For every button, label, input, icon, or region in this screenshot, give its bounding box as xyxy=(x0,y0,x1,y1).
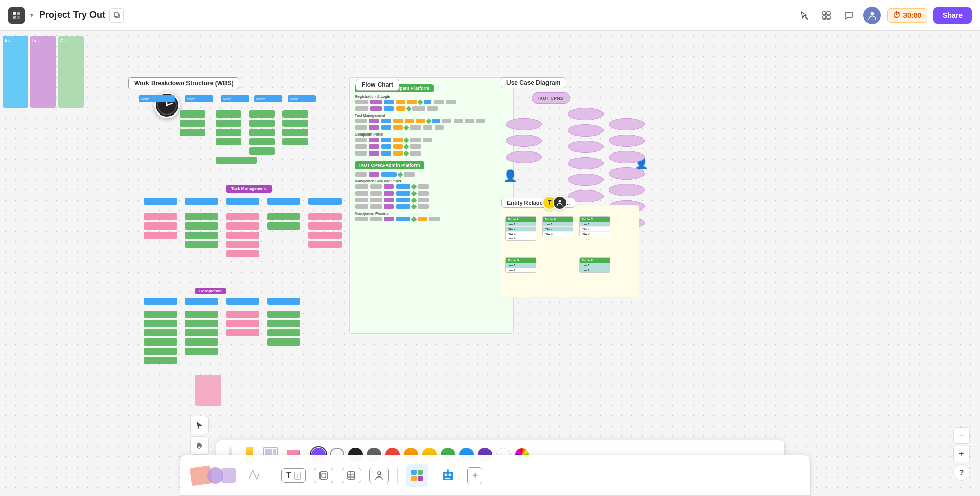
zoom-plus[interactable]: + xyxy=(953,446,970,462)
svg-rect-24 xyxy=(418,470,423,475)
fc-admin-row-6 xyxy=(355,216,508,222)
wbs3-green-9 xyxy=(185,329,218,336)
sticky-label-1: In... xyxy=(3,36,28,45)
wbs3-blue-1 xyxy=(144,298,177,305)
flow-admin-label: IKUT CPNS-Admin Platform xyxy=(355,161,424,169)
wbs2-green-1 xyxy=(185,213,218,220)
erd-diagram: Entity Relational Diag... T Table A row … xyxy=(501,205,639,298)
wbs-node-1: Node xyxy=(139,95,175,102)
sticky-note-2[interactable]: In... xyxy=(30,36,56,108)
dropdown-arrow[interactable]: ▼ xyxy=(29,12,35,19)
wbs2-blue-1 xyxy=(144,198,177,205)
wbs-green-10 xyxy=(249,129,275,136)
wbs3-pink-3 xyxy=(226,329,259,336)
grid-view-button[interactable] xyxy=(818,7,835,24)
wbs-green-5 xyxy=(216,120,241,127)
svg-rect-8 xyxy=(823,16,826,19)
wbs2-pink-8 xyxy=(226,250,259,257)
wbs3-blue-2 xyxy=(185,298,218,305)
fc-row-4 xyxy=(355,125,508,130)
bottom-toolbar: T ↕ xyxy=(0,424,980,496)
wbs2-green-6 xyxy=(267,222,300,230)
chat-button[interactable] xyxy=(841,7,857,24)
wbs2-pink-7 xyxy=(226,241,259,248)
wbs-green-16 xyxy=(282,138,308,145)
fc-row-3 xyxy=(355,118,508,124)
wbs-green-8 xyxy=(249,110,275,118)
svg-rect-0 xyxy=(13,12,16,15)
erd-table-1: Table A row 1 row 2 row 3 row 4 xyxy=(505,216,536,241)
fc-section-2: Test Management xyxy=(355,113,508,117)
text-tool[interactable]: T ↕ xyxy=(281,468,306,483)
wbs3-green-8 xyxy=(185,320,218,327)
uc-node-12 xyxy=(609,151,645,163)
wbs-label: Work Breakdown Structure (WBS) xyxy=(128,77,239,89)
sticky-note-1[interactable]: In... xyxy=(3,36,28,108)
zoom-minus[interactable]: − xyxy=(953,427,970,444)
tools-sep-2 xyxy=(397,467,398,484)
wbs3-green-13 xyxy=(267,320,300,327)
uc-center-label: IKUT CPNS xyxy=(532,92,570,104)
templates-tool[interactable] xyxy=(406,464,428,487)
shapes-preview[interactable] xyxy=(191,467,236,485)
wbs3-green-5 xyxy=(144,348,177,355)
help-button[interactable]: ? xyxy=(953,464,970,481)
fc-admin-row-4 xyxy=(355,197,508,203)
erd-table-2: Table B row 1 row 2 row 3 xyxy=(542,216,573,236)
wbs2-pink-5 xyxy=(226,222,259,230)
tools-sep-1 xyxy=(273,467,273,484)
ai-assist-tool[interactable] xyxy=(437,464,459,487)
arrow-path-tool[interactable] xyxy=(244,465,265,486)
svg-rect-30 xyxy=(445,478,450,479)
table-tool[interactable] xyxy=(342,468,361,483)
svg-rect-6 xyxy=(823,12,826,15)
wbs-node-3: Node xyxy=(221,95,249,102)
add-tool[interactable]: + xyxy=(467,467,483,484)
svg-rect-23 xyxy=(411,470,417,475)
wbs-green-6 xyxy=(216,129,241,136)
fc-admin-section-1: Manajemen Soal dan Paket xyxy=(355,179,508,183)
wbs2-blue-2 xyxy=(185,198,218,205)
wbs3-blue-3 xyxy=(226,298,259,305)
wbs-green-1 xyxy=(180,110,205,118)
erd-table-4: Table D row 1 row 2 xyxy=(505,257,536,273)
copy-button[interactable] xyxy=(109,8,124,23)
wbs-green-14 xyxy=(282,120,308,127)
svg-point-14 xyxy=(166,104,168,106)
sticky-notes-panel: In... In... C... xyxy=(3,36,84,108)
svg-rect-18 xyxy=(348,472,355,479)
svg-rect-1 xyxy=(17,12,20,15)
timer-badge: ⏱ 30:00 xyxy=(887,8,927,23)
uc-node-11 xyxy=(609,135,645,147)
tools-bar: T ↕ xyxy=(180,455,811,496)
wbs-green-7 xyxy=(216,138,241,145)
wbs2-blue-5 xyxy=(308,198,342,205)
sticky-label-2: In... xyxy=(30,36,56,45)
frame-tool[interactable] xyxy=(314,468,333,483)
wbs3-green-11 xyxy=(185,348,218,355)
app-logo[interactable] xyxy=(8,7,25,24)
fc-row-6 xyxy=(355,144,508,149)
svg-rect-7 xyxy=(827,12,830,15)
wbs-green-2 xyxy=(180,120,205,127)
wbs2-pink-12 xyxy=(308,241,342,248)
hand-tool[interactable] xyxy=(190,436,209,455)
actor-1: 👤 xyxy=(503,169,517,183)
left-tools xyxy=(190,416,209,455)
canvas[interactable]: In... In... C... Work Breakdown Structur… xyxy=(0,31,980,496)
wbs2-pink-6 xyxy=(226,232,259,239)
person-tool[interactable] xyxy=(369,468,389,483)
topbar: ▼ Project Try Out xyxy=(0,0,980,31)
svg-point-32 xyxy=(447,469,448,471)
share-button[interactable]: Share xyxy=(933,7,972,24)
svg-rect-17 xyxy=(322,473,326,478)
cursor-tool[interactable] xyxy=(190,416,209,434)
uc-node-1 xyxy=(506,118,542,130)
wbs2-green-5 xyxy=(267,213,300,220)
cursor-tool-header[interactable] xyxy=(796,7,812,24)
uc-node-13 xyxy=(609,167,645,180)
fc-row-7 xyxy=(355,150,508,156)
user-avatar-1[interactable] xyxy=(863,7,881,24)
sticky-label-3: C... xyxy=(58,36,84,45)
sticky-note-3[interactable]: C... xyxy=(58,36,84,108)
